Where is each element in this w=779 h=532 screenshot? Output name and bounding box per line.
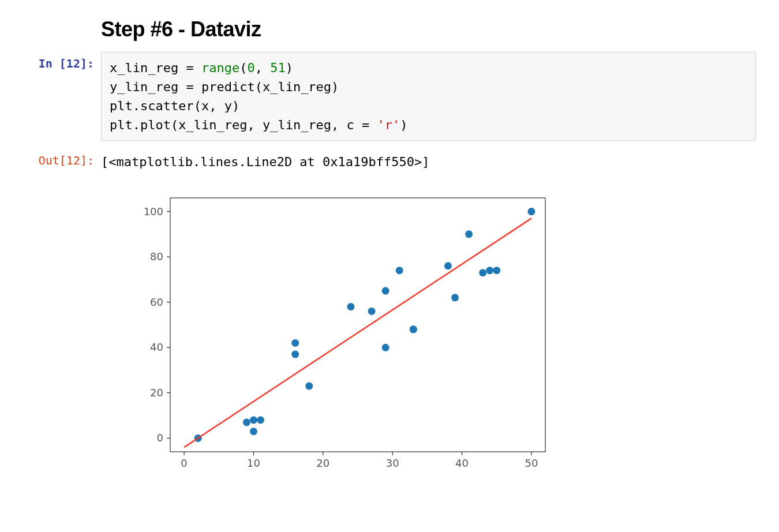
scatter-point [257, 417, 264, 424]
chart-output: 01020304050020406080100 [101, 169, 756, 475]
plot-border [170, 198, 545, 452]
code-token: ( [239, 61, 247, 75]
scatter-point [444, 262, 452, 269]
output-prompt: Out[12]: [0, 149, 101, 167]
x-tick-label: 20 [316, 457, 329, 469]
page: Step #6 - Dataviz In [12]: x_lin_reg = r… [0, 0, 779, 532]
scatter-point [479, 269, 486, 276]
scatter-point [347, 303, 354, 310]
scatter-point [465, 230, 473, 238]
output-cell-row: Out[12]: [<matplotlib.lines.Line2D at 0x… [0, 149, 756, 475]
scatter-point [250, 417, 257, 424]
code-token: x_lin_reg [110, 61, 186, 75]
x-tick-label: 30 [386, 457, 399, 469]
scatter-point [486, 267, 493, 274]
scatter-point [382, 287, 390, 295]
scatter-point [243, 418, 250, 426]
code-line: y_lin_reg = predict(x_lin_reg) [110, 80, 339, 94]
code-token: 51 [270, 61, 286, 75]
code-token: plt.plot(x_lin_reg, y_lin_reg, c = [110, 118, 377, 132]
y-tick-label: 80 [150, 250, 163, 263]
code-token: 0 [247, 61, 254, 75]
output-text: [<matplotlib.lines.Line2D at 0x1a19bff55… [101, 149, 756, 169]
section-heading: Step #6 - Dataviz [101, 17, 756, 42]
scatter-point [493, 267, 500, 274]
scatter-chart: 01020304050020406080100 [124, 186, 563, 475]
code-token: ) [400, 118, 407, 132]
scatter-point [250, 428, 257, 435]
code-token: = [186, 61, 201, 75]
code-token: 'r' [377, 118, 400, 132]
x-tick-label: 50 [525, 457, 538, 469]
scatter-point [410, 325, 417, 333]
scatter-point [291, 351, 299, 358]
y-tick-label: 0 [157, 432, 163, 444]
heading-content: Step #6 - Dataviz [101, 12, 756, 52]
y-tick-label: 100 [144, 205, 163, 218]
x-tick-label: 10 [247, 457, 260, 469]
x-tick-label: 40 [455, 457, 469, 469]
y-tick-label: 40 [150, 341, 163, 353]
scatter-point [291, 339, 299, 347]
scatter-point [305, 383, 313, 390]
scatter-point [396, 267, 403, 274]
scatter-point [451, 294, 459, 301]
code-token: , [255, 61, 271, 75]
x-tick-label: 0 [181, 457, 187, 469]
code-token: ) [286, 61, 293, 75]
y-tick-label: 20 [150, 387, 163, 399]
scatter-point [368, 308, 376, 315]
output-content: [<matplotlib.lines.Line2D at 0x1a19bff55… [101, 149, 756, 475]
input-content: x_lin_reg = range(0, 51) y_lin_reg = pre… [101, 52, 756, 141]
input-prompt: In [12]: [0, 52, 101, 70]
scatter-point [527, 208, 535, 215]
code-input[interactable]: x_lin_reg = range(0, 51) y_lin_reg = pre… [101, 52, 756, 141]
regression-line [184, 218, 531, 447]
code-token: range [201, 61, 239, 75]
heading-row: Step #6 - Dataviz [0, 12, 756, 52]
heading-prompt-spacer [0, 12, 101, 16]
input-cell-row: In [12]: x_lin_reg = range(0, 51) y_lin_… [0, 52, 756, 141]
scatter-point [382, 344, 390, 351]
y-tick-label: 60 [150, 296, 163, 308]
code-line: plt.scatter(x, y) [110, 99, 239, 113]
